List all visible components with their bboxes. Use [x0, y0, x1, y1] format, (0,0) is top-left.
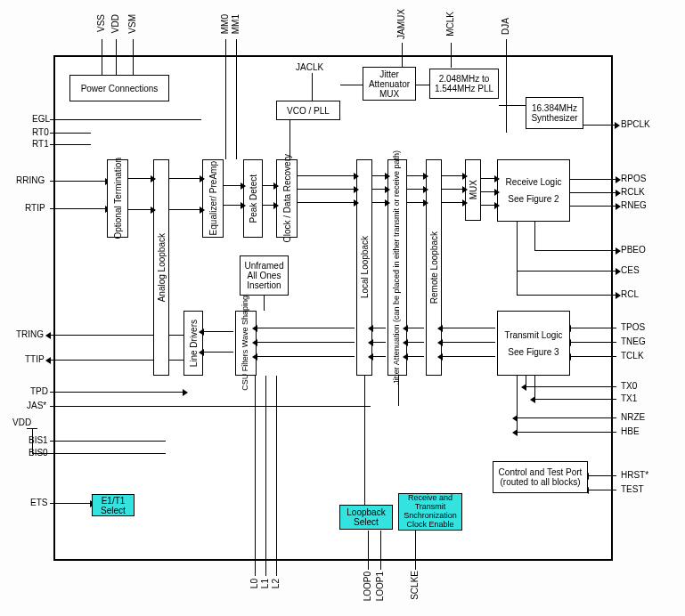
wire: [451, 43, 452, 68]
wire: [442, 356, 495, 357]
block-analog-loopback: Analog Loopback: [153, 159, 169, 376]
wire: [588, 490, 616, 490]
wire: [534, 399, 616, 400]
wire: [50, 503, 91, 504]
diagram-canvas: VSS VDD VSM MM0 MM1 JAMUX MCLK DJA EGL R…: [0, 0, 685, 616]
block-optional-term: Optional Termination: [107, 159, 128, 238]
block-receive-logic-label: Receive Logic: [506, 177, 562, 187]
wire: [276, 376, 277, 576]
pin-ces: CES: [621, 265, 640, 275]
wire: [169, 178, 200, 179]
wire: [372, 175, 386, 176]
wire: [50, 144, 91, 145]
wire: [534, 222, 535, 250]
wire: [416, 85, 429, 85]
wire: [257, 328, 355, 328]
wire: [133, 39, 134, 75]
wire: [372, 356, 386, 357]
wire: [263, 205, 274, 206]
wire: [289, 120, 290, 159]
pin-rtip: RTIP: [25, 203, 45, 213]
pin-tpd: TPD: [30, 386, 48, 396]
pin-test: TEST: [621, 484, 644, 494]
wire: [27, 428, 37, 429]
pin-mm0: MM0: [220, 14, 230, 34]
wire: [380, 531, 381, 570]
block-jitter-atten-label: Jitter Attenuation (can be placed in eit…: [393, 150, 402, 385]
wire: [257, 342, 355, 343]
pin-rneg: RNEG: [621, 200, 647, 210]
wire: [50, 441, 166, 442]
wire: [257, 356, 355, 357]
wire: [442, 342, 495, 343]
wire: [128, 178, 151, 179]
wire: [225, 39, 226, 159]
wire: [32, 428, 33, 453]
pin-rcl: RCL: [621, 289, 639, 299]
wire: [526, 386, 616, 387]
pin-vdd-top: VDD: [110, 14, 120, 33]
wire: [224, 205, 241, 206]
pin-tx0: TX0: [621, 381, 637, 391]
wire: [368, 531, 369, 570]
wire: [372, 189, 386, 190]
wire: [203, 331, 233, 332]
block-synth-16384: 16.384MHz Synthesizer: [526, 97, 583, 129]
pin-rt1: RT1: [32, 139, 49, 149]
block-remote-loopback-label: Remote Loopback: [429, 231, 439, 304]
wire: [224, 185, 241, 186]
pin-rclk: RCLK: [621, 187, 645, 197]
wire: [506, 39, 507, 133]
wire: [570, 206, 616, 207]
wire: [263, 185, 274, 186]
block-jitter-mux: Jitter Attenuator MUX: [363, 67, 416, 101]
wire: [32, 453, 166, 454]
pin-tclk: TCLK: [621, 351, 644, 361]
wire: [298, 189, 355, 190]
pin-jamux: JAMUX: [396, 9, 406, 39]
wire: [570, 179, 616, 180]
pin-hrst: HRST*: [621, 470, 648, 480]
pin-ttip: TTIP: [25, 354, 45, 364]
wire: [50, 392, 183, 393]
wire: [517, 376, 518, 432]
wire: [340, 85, 363, 85]
wire: [102, 39, 102, 75]
block-eq-preamp-label: Equalizer/ PreAmp: [208, 161, 218, 235]
wire: [481, 178, 495, 179]
wire: [236, 39, 237, 159]
wire: [372, 202, 386, 203]
wire: [50, 208, 106, 209]
wire: [265, 376, 266, 576]
wire: [255, 376, 256, 576]
wire: [407, 202, 424, 203]
block-transmit-logic-label: Transmit Logic: [504, 330, 562, 340]
pin-vss: VSS: [96, 14, 106, 32]
block-transmit-logic: Transmit Logic See Figure 3: [497, 311, 570, 376]
wire: [442, 175, 463, 176]
pin-loop0: LOOP0: [363, 571, 372, 601]
pin-jas: JAS*: [27, 401, 46, 410]
pin-vsm: VSM: [127, 14, 137, 34]
wire: [442, 189, 463, 190]
wire: [407, 342, 424, 343]
pin-tx1: TX1: [621, 393, 637, 403]
wire: [298, 175, 355, 176]
wire: [364, 376, 365, 505]
wire: [298, 202, 355, 203]
block-csu-wave-label: CSU Filters Wave Shaping: [241, 296, 250, 391]
wire: [534, 250, 616, 251]
wire: [407, 356, 424, 357]
pin-mm1: MM1: [231, 14, 241, 34]
pin-pbeo: PBEO: [621, 245, 646, 255]
block-eq-preamp: Equalizer/ PreAmp: [202, 159, 224, 238]
block-clock-data-rec-label: Clock / Data Recovery: [282, 154, 292, 242]
wire: [442, 328, 495, 328]
pin-rring: RRING: [16, 175, 45, 185]
wire: [517, 271, 616, 272]
wire: [570, 192, 616, 193]
block-optional-term-label: Optional Termination: [113, 158, 123, 239]
wire: [481, 205, 495, 206]
wire: [499, 105, 526, 106]
wire: [481, 191, 495, 192]
